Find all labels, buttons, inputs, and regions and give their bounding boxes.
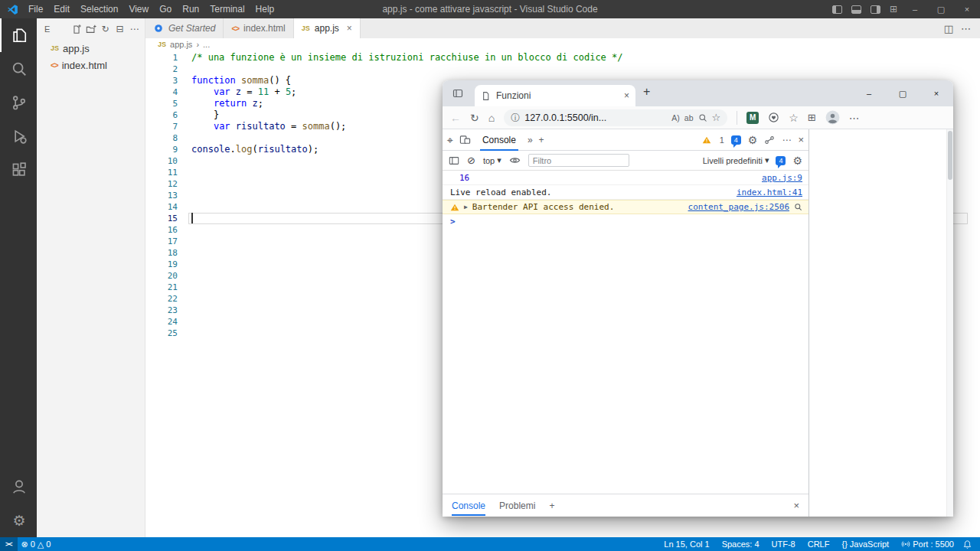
toggle-secondary-sidebar-icon[interactable] [871, 5, 880, 14]
add-tab-icon[interactable]: + [539, 135, 544, 145]
console-sidebar-icon[interactable] [449, 155, 459, 166]
browser-maximize-button[interactable]: ▢ [886, 80, 920, 106]
activity-extensions[interactable] [0, 153, 37, 187]
editor-more-actions-icon[interactable]: ⋯ [961, 24, 971, 34]
language-mode[interactable]: {} JavaScript [838, 540, 893, 549]
drawer-tab-problemi[interactable]: Problemi [499, 494, 535, 517]
activity-search[interactable] [0, 52, 37, 86]
devtools-tab-console[interactable]: Console [477, 129, 521, 151]
favorite-star-icon[interactable]: ☆ [712, 112, 721, 123]
message-count-badge[interactable]: 4 [731, 135, 741, 145]
profile-avatar[interactable] [825, 110, 840, 125]
devtools-close-icon[interactable]: × [798, 135, 804, 145]
menu-help[interactable]: Help [250, 0, 280, 18]
device-toolbar-icon[interactable] [459, 134, 471, 145]
menu-file[interactable]: File [23, 0, 48, 18]
file-item-appjs[interactable]: JS app.js [37, 40, 145, 57]
eol-sequence[interactable]: CRLF [804, 540, 834, 549]
notifications-bell-icon[interactable] [962, 540, 972, 549]
refresh-icon[interactable]: ↻ [470, 112, 479, 123]
menu-edit[interactable]: Edit [48, 0, 75, 18]
url-text[interactable]: 127.0.0.1:5500/in... [524, 112, 667, 123]
menu-run[interactable]: Run [177, 0, 204, 18]
favorites-bar-icon[interactable]: ☆ [789, 112, 799, 123]
activity-source-control[interactable] [0, 86, 37, 119]
more-tabs-icon[interactable]: » [528, 135, 533, 145]
cursor-position[interactable]: Ln 15, Col 1 [660, 540, 713, 549]
devtools-connection-icon[interactable] [764, 135, 775, 145]
levels-count-badge[interactable]: 4 [776, 156, 786, 165]
toggle-sidebar-icon[interactable] [832, 5, 842, 14]
tab-get-started[interactable]: Get Started [145, 18, 224, 38]
browser-essentials-icon[interactable] [768, 112, 779, 123]
tab-app-js[interactable]: JS app.js × [294, 18, 361, 38]
settings-button[interactable]: ⚙ [0, 504, 37, 537]
inspect-element-icon[interactable]: ⌖ [447, 135, 453, 145]
drawer-close-icon[interactable]: × [793, 500, 799, 510]
split-editor-icon[interactable]: ◫ [944, 24, 953, 34]
file-item-indexhtml[interactable]: <> index.html [37, 57, 145, 73]
scrollbar-thumb[interactable] [948, 131, 952, 180]
warning-badge-icon[interactable] [702, 135, 711, 145]
tab-index-html[interactable]: <> index.html [224, 18, 293, 38]
search-source-icon[interactable] [794, 203, 802, 211]
page-scrollbar[interactable] [946, 129, 953, 517]
accounts-button[interactable] [0, 470, 37, 504]
close-tab-icon[interactable]: × [624, 90, 629, 101]
browser-close-button[interactable]: × [920, 80, 953, 106]
collections-icon[interactable]: ⊞ [808, 112, 816, 122]
extension-m-icon[interactable]: M [746, 112, 759, 124]
log-levels-selector[interactable]: Livelli predefiniti ▾ [703, 155, 769, 165]
console-settings-icon[interactable]: ⚙ [792, 155, 802, 166]
site-info-icon[interactable]: ⓘ [511, 113, 520, 122]
devtools-settings-icon[interactable]: ⚙ [748, 135, 758, 145]
toggle-panel-icon[interactable] [851, 5, 861, 14]
context-selector[interactable]: top ▾ [483, 155, 501, 165]
menu-view[interactable]: View [123, 0, 154, 18]
console-source-link[interactable]: index.html:41 [737, 187, 802, 197]
new-tab-icon[interactable]: + [643, 86, 650, 98]
problems-indicator[interactable]: ⊗ 0 △ 0 [18, 540, 55, 549]
tab-actions-icon[interactable] [452, 87, 464, 99]
address-bar[interactable]: ⓘ 127.0.0.1:5500/in... A) ab ☆ [504, 109, 727, 126]
console-prompt[interactable]: > [443, 214, 808, 229]
breadcrumb-more[interactable]: ... [203, 40, 210, 49]
translate-icon[interactable]: ab [684, 113, 694, 122]
window-maximize-button[interactable]: ▢ [928, 0, 954, 18]
window-close-button[interactable]: × [954, 0, 980, 18]
live-expression-eye-icon[interactable] [509, 155, 521, 166]
filter-input[interactable] [528, 154, 629, 167]
more-actions-icon[interactable]: ⋯ [127, 21, 142, 37]
menu-go[interactable]: Go [154, 0, 177, 18]
console-source-link[interactable]: content_page.js:2506 [688, 202, 789, 212]
browser-menu-icon[interactable]: ⋯ [849, 112, 860, 123]
drawer-add-icon[interactable]: + [549, 501, 554, 510]
refresh-explorer-icon[interactable]: ↻ [98, 21, 113, 37]
clear-console-icon[interactable]: ⊘ [467, 155, 475, 165]
remote-indicator[interactable]: >< [0, 537, 18, 551]
menu-selection[interactable]: Selection [75, 0, 123, 18]
activity-explorer[interactable] [0, 18, 37, 52]
read-aloud-icon[interactable]: A) [671, 113, 680, 122]
collapse-folders-icon[interactable]: ⊟ [113, 21, 127, 37]
drawer-tab-console[interactable]: Console [452, 494, 485, 517]
browser-tab-funzioni[interactable]: Funzioni × [475, 85, 635, 106]
indentation[interactable]: Spaces: 4 [718, 540, 763, 549]
breadcrumb[interactable]: JS app.js › ... [145, 38, 980, 51]
encoding[interactable]: UTF-8 [768, 540, 799, 549]
devtools-menu-icon[interactable]: ⋯ [782, 135, 791, 145]
browser-minimize-button[interactable]: – [852, 80, 886, 106]
console-source-link[interactable]: app.js:9 [762, 173, 802, 183]
activity-run-debug[interactable] [0, 119, 37, 153]
back-icon[interactable]: ← [450, 112, 461, 123]
zoom-icon[interactable] [698, 113, 707, 122]
window-minimize-button[interactable]: – [902, 0, 928, 18]
new-file-icon[interactable] [69, 21, 83, 37]
expand-icon[interactable]: ▶ [464, 204, 468, 210]
home-icon[interactable]: ⌂ [488, 112, 495, 123]
close-tab-icon[interactable]: × [347, 23, 352, 34]
customize-layout-icon[interactable]: ⊞ [890, 4, 897, 15]
breadcrumb-file[interactable]: app.js [170, 40, 192, 49]
menu-terminal[interactable]: Terminal [204, 0, 250, 18]
live-server-port[interactable]: Port : 5500 [897, 540, 958, 549]
